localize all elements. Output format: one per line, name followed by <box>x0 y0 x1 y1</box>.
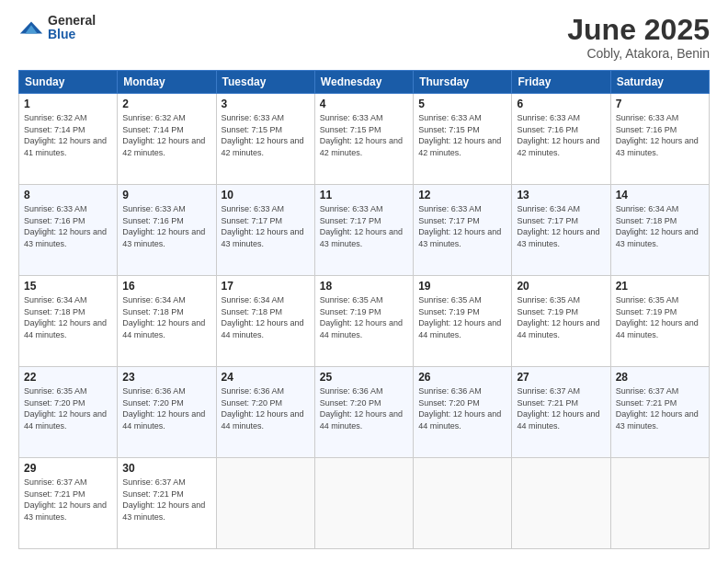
day-number: 20 <box>517 280 605 293</box>
table-row: 14 Sunrise: 6:34 AMSunset: 7:18 PMDaylig… <box>610 185 709 276</box>
table-row: 30 Sunrise: 6:37 AMSunset: 7:21 PMDaylig… <box>118 458 216 549</box>
day-info: Sunrise: 6:37 AMSunset: 7:21 PMDaylight:… <box>517 385 605 431</box>
day-number: 28 <box>616 371 704 384</box>
day-number: 14 <box>616 189 704 201</box>
table-row: 18 Sunrise: 6:35 AMSunset: 7:19 PMDaylig… <box>314 276 413 367</box>
calendar-week-2: 8 Sunrise: 6:33 AMSunset: 7:16 PMDayligh… <box>19 185 710 276</box>
day-number: 13 <box>517 189 605 201</box>
day-number: 1 <box>24 98 112 110</box>
header-sunday: Sunday <box>19 71 118 94</box>
table-row: 25 Sunrise: 6:36 AMSunset: 7:20 PMDaylig… <box>314 367 413 458</box>
table-row: 27 Sunrise: 6:37 AMSunset: 7:21 PMDaylig… <box>512 367 610 458</box>
day-info: Sunrise: 6:35 AMSunset: 7:19 PMDaylight:… <box>517 294 605 340</box>
empty-cell <box>414 458 512 549</box>
day-info: Sunrise: 6:36 AMSunset: 7:20 PMDaylight:… <box>418 385 506 431</box>
day-number: 12 <box>418 189 506 201</box>
page: General Blue June 2025 Cobly, Atakora, B… <box>0 0 728 563</box>
day-info: Sunrise: 6:33 AMSunset: 7:16 PMDaylight:… <box>517 112 605 158</box>
header: General Blue June 2025 Cobly, Atakora, B… <box>18 14 710 61</box>
logo-icon <box>18 15 44 40</box>
title-block: June 2025 Cobly, Atakora, Benin <box>567 14 710 61</box>
day-info: Sunrise: 6:34 AMSunset: 7:17 PMDaylight:… <box>517 203 605 249</box>
calendar-week-4: 22 Sunrise: 6:35 AMSunset: 7:20 PMDaylig… <box>19 367 710 458</box>
table-row: 4 Sunrise: 6:33 AMSunset: 7:15 PMDayligh… <box>314 94 413 185</box>
table-row: 10 Sunrise: 6:33 AMSunset: 7:17 PMDaylig… <box>216 185 314 276</box>
day-number: 30 <box>122 462 210 475</box>
day-info: Sunrise: 6:34 AMSunset: 7:18 PMDaylight:… <box>122 294 210 340</box>
day-info: Sunrise: 6:33 AMSunset: 7:15 PMDaylight:… <box>418 112 506 158</box>
day-number: 26 <box>418 371 506 384</box>
table-row: 28 Sunrise: 6:37 AMSunset: 7:21 PMDaylig… <box>610 367 709 458</box>
day-number: 25 <box>320 371 408 384</box>
header-monday: Monday <box>118 71 216 94</box>
day-info: Sunrise: 6:34 AMSunset: 7:18 PMDaylight:… <box>24 294 112 340</box>
day-number: 3 <box>222 98 310 110</box>
header-tuesday: Tuesday <box>216 71 314 94</box>
table-row: 5 Sunrise: 6:33 AMSunset: 7:15 PMDayligh… <box>414 94 512 185</box>
empty-cell <box>314 458 413 549</box>
table-row: 16 Sunrise: 6:34 AMSunset: 7:18 PMDaylig… <box>118 276 216 367</box>
day-number: 11 <box>320 189 408 201</box>
day-number: 24 <box>222 371 310 384</box>
subtitle: Cobly, Atakora, Benin <box>567 46 710 61</box>
table-row: 29 Sunrise: 6:37 AMSunset: 7:21 PMDaylig… <box>19 458 118 549</box>
calendar-week-1: 1 Sunrise: 6:32 AMSunset: 7:14 PMDayligh… <box>19 94 710 185</box>
table-row: 11 Sunrise: 6:33 AMSunset: 7:17 PMDaylig… <box>314 185 413 276</box>
table-row: 15 Sunrise: 6:34 AMSunset: 7:18 PMDaylig… <box>19 276 118 367</box>
day-info: Sunrise: 6:34 AMSunset: 7:18 PMDaylight:… <box>222 294 310 340</box>
table-row: 20 Sunrise: 6:35 AMSunset: 7:19 PMDaylig… <box>512 276 610 367</box>
day-number: 16 <box>122 280 210 293</box>
day-number: 19 <box>418 280 506 293</box>
day-info: Sunrise: 6:33 AMSunset: 7:17 PMDaylight:… <box>320 203 408 249</box>
table-row: 7 Sunrise: 6:33 AMSunset: 7:16 PMDayligh… <box>610 94 709 185</box>
table-row: 6 Sunrise: 6:33 AMSunset: 7:16 PMDayligh… <box>512 94 610 185</box>
day-info: Sunrise: 6:37 AMSunset: 7:21 PMDaylight:… <box>24 477 112 523</box>
table-row: 22 Sunrise: 6:35 AMSunset: 7:20 PMDaylig… <box>19 367 118 458</box>
day-info: Sunrise: 6:35 AMSunset: 7:20 PMDaylight:… <box>24 385 112 431</box>
table-row: 2 Sunrise: 6:32 AMSunset: 7:14 PMDayligh… <box>118 94 216 185</box>
day-number: 15 <box>24 280 112 293</box>
day-number: 17 <box>222 280 310 293</box>
table-row: 3 Sunrise: 6:33 AMSunset: 7:15 PMDayligh… <box>216 94 314 185</box>
day-number: 23 <box>122 371 210 384</box>
day-info: Sunrise: 6:33 AMSunset: 7:16 PMDaylight:… <box>122 203 210 249</box>
day-number: 21 <box>616 280 704 293</box>
day-info: Sunrise: 6:33 AMSunset: 7:17 PMDaylight:… <box>418 203 506 249</box>
day-number: 29 <box>24 462 112 475</box>
main-title: June 2025 <box>567 14 710 46</box>
day-info: Sunrise: 6:36 AMSunset: 7:20 PMDaylight:… <box>320 385 408 431</box>
calendar-table: Sunday Monday Tuesday Wednesday Thursday… <box>18 70 710 549</box>
day-info: Sunrise: 6:33 AMSunset: 7:16 PMDaylight:… <box>24 203 112 249</box>
empty-cell <box>512 458 610 549</box>
table-row: 26 Sunrise: 6:36 AMSunset: 7:20 PMDaylig… <box>414 367 512 458</box>
table-row: 9 Sunrise: 6:33 AMSunset: 7:16 PMDayligh… <box>118 185 216 276</box>
day-number: 5 <box>418 98 506 110</box>
day-number: 7 <box>616 98 704 110</box>
day-number: 10 <box>222 189 310 201</box>
table-row: 12 Sunrise: 6:33 AMSunset: 7:17 PMDaylig… <box>414 185 512 276</box>
day-info: Sunrise: 6:37 AMSunset: 7:21 PMDaylight:… <box>122 477 210 523</box>
header-thursday: Thursday <box>414 71 512 94</box>
table-row: 17 Sunrise: 6:34 AMSunset: 7:18 PMDaylig… <box>216 276 314 367</box>
table-row: 19 Sunrise: 6:35 AMSunset: 7:19 PMDaylig… <box>414 276 512 367</box>
day-info: Sunrise: 6:32 AMSunset: 7:14 PMDaylight:… <box>24 112 112 158</box>
day-number: 9 <box>122 189 210 201</box>
day-number: 27 <box>517 371 605 384</box>
day-info: Sunrise: 6:35 AMSunset: 7:19 PMDaylight:… <box>418 294 506 340</box>
day-info: Sunrise: 6:35 AMSunset: 7:19 PMDaylight:… <box>616 294 704 340</box>
table-row: 24 Sunrise: 6:36 AMSunset: 7:20 PMDaylig… <box>216 367 314 458</box>
calendar-header-row: Sunday Monday Tuesday Wednesday Thursday… <box>19 71 710 94</box>
day-info: Sunrise: 6:35 AMSunset: 7:19 PMDaylight:… <box>320 294 408 340</box>
table-row: 21 Sunrise: 6:35 AMSunset: 7:19 PMDaylig… <box>610 276 709 367</box>
day-info: Sunrise: 6:33 AMSunset: 7:16 PMDaylight:… <box>616 112 704 158</box>
calendar-week-3: 15 Sunrise: 6:34 AMSunset: 7:18 PMDaylig… <box>19 276 710 367</box>
day-info: Sunrise: 6:36 AMSunset: 7:20 PMDaylight:… <box>122 385 210 431</box>
header-wednesday: Wednesday <box>314 71 413 94</box>
day-info: Sunrise: 6:36 AMSunset: 7:20 PMDaylight:… <box>222 385 310 431</box>
day-number: 18 <box>320 280 408 293</box>
table-row: 23 Sunrise: 6:36 AMSunset: 7:20 PMDaylig… <box>118 367 216 458</box>
day-info: Sunrise: 6:32 AMSunset: 7:14 PMDaylight:… <box>122 112 210 158</box>
logo: General Blue <box>18 14 96 42</box>
day-info: Sunrise: 6:37 AMSunset: 7:21 PMDaylight:… <box>616 385 704 431</box>
table-row: 1 Sunrise: 6:32 AMSunset: 7:14 PMDayligh… <box>19 94 118 185</box>
